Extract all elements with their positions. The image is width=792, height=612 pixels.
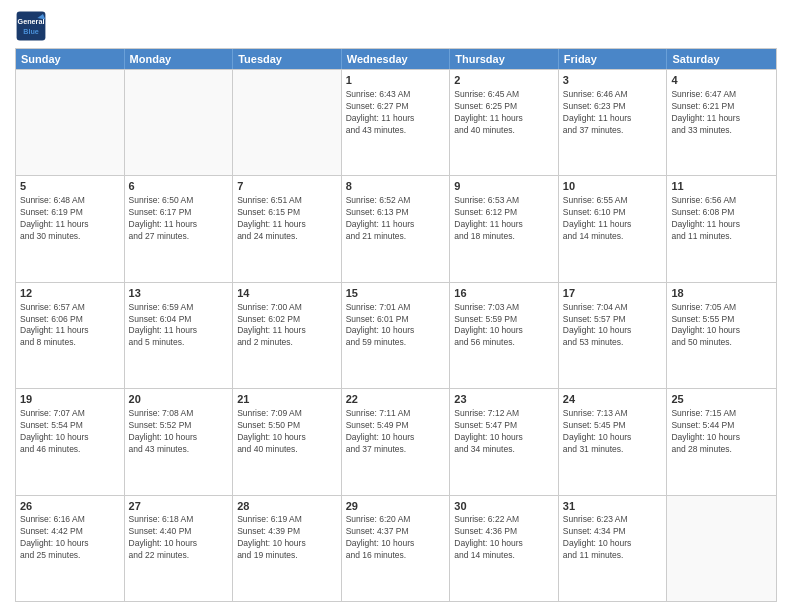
cal-cell: 16Sunrise: 7:03 AM Sunset: 5:59 PM Dayli…: [450, 283, 559, 388]
header-day-saturday: Saturday: [667, 49, 776, 69]
cal-cell: 12Sunrise: 6:57 AM Sunset: 6:06 PM Dayli…: [16, 283, 125, 388]
day-number: 12: [20, 286, 120, 301]
cal-cell: 3Sunrise: 6:46 AM Sunset: 6:23 PM Daylig…: [559, 70, 668, 175]
cal-cell: [16, 70, 125, 175]
cal-cell: 17Sunrise: 7:04 AM Sunset: 5:57 PM Dayli…: [559, 283, 668, 388]
day-number: 10: [563, 179, 663, 194]
cal-cell: 14Sunrise: 7:00 AM Sunset: 6:02 PM Dayli…: [233, 283, 342, 388]
day-number: 27: [129, 499, 229, 514]
cal-cell: 18Sunrise: 7:05 AM Sunset: 5:55 PM Dayli…: [667, 283, 776, 388]
cell-info: Sunrise: 6:22 AM Sunset: 4:36 PM Dayligh…: [454, 514, 554, 562]
cal-row-2: 12Sunrise: 6:57 AM Sunset: 6:06 PM Dayli…: [16, 282, 776, 388]
cell-info: Sunrise: 7:07 AM Sunset: 5:54 PM Dayligh…: [20, 408, 120, 456]
day-number: 18: [671, 286, 772, 301]
day-number: 31: [563, 499, 663, 514]
day-number: 13: [129, 286, 229, 301]
cell-info: Sunrise: 7:00 AM Sunset: 6:02 PM Dayligh…: [237, 302, 337, 350]
cal-cell: 4Sunrise: 6:47 AM Sunset: 6:21 PM Daylig…: [667, 70, 776, 175]
cell-info: Sunrise: 6:47 AM Sunset: 6:21 PM Dayligh…: [671, 89, 772, 137]
cal-cell: 25Sunrise: 7:15 AM Sunset: 5:44 PM Dayli…: [667, 389, 776, 494]
cell-info: Sunrise: 6:52 AM Sunset: 6:13 PM Dayligh…: [346, 195, 446, 243]
svg-text:General: General: [18, 17, 45, 26]
day-number: 14: [237, 286, 337, 301]
cell-info: Sunrise: 6:18 AM Sunset: 4:40 PM Dayligh…: [129, 514, 229, 562]
cell-info: Sunrise: 7:09 AM Sunset: 5:50 PM Dayligh…: [237, 408, 337, 456]
header-day-monday: Monday: [125, 49, 234, 69]
cell-info: Sunrise: 7:04 AM Sunset: 5:57 PM Dayligh…: [563, 302, 663, 350]
cal-cell: 29Sunrise: 6:20 AM Sunset: 4:37 PM Dayli…: [342, 496, 451, 601]
svg-text:Blue: Blue: [23, 27, 39, 36]
day-number: 20: [129, 392, 229, 407]
day-number: 1: [346, 73, 446, 88]
day-number: 28: [237, 499, 337, 514]
cell-info: Sunrise: 7:05 AM Sunset: 5:55 PM Dayligh…: [671, 302, 772, 350]
day-number: 4: [671, 73, 772, 88]
day-number: 16: [454, 286, 554, 301]
cell-info: Sunrise: 6:43 AM Sunset: 6:27 PM Dayligh…: [346, 89, 446, 137]
cal-cell: 31Sunrise: 6:23 AM Sunset: 4:34 PM Dayli…: [559, 496, 668, 601]
cal-cell: 20Sunrise: 7:08 AM Sunset: 5:52 PM Dayli…: [125, 389, 234, 494]
cell-info: Sunrise: 6:59 AM Sunset: 6:04 PM Dayligh…: [129, 302, 229, 350]
day-number: 8: [346, 179, 446, 194]
cal-cell: 15Sunrise: 7:01 AM Sunset: 6:01 PM Dayli…: [342, 283, 451, 388]
day-number: 7: [237, 179, 337, 194]
logo: General Blue: [15, 10, 51, 42]
header-day-friday: Friday: [559, 49, 668, 69]
header-day-tuesday: Tuesday: [233, 49, 342, 69]
cal-cell: 19Sunrise: 7:07 AM Sunset: 5:54 PM Dayli…: [16, 389, 125, 494]
day-number: 9: [454, 179, 554, 194]
cal-cell: 30Sunrise: 6:22 AM Sunset: 4:36 PM Dayli…: [450, 496, 559, 601]
day-number: 26: [20, 499, 120, 514]
cell-info: Sunrise: 6:56 AM Sunset: 6:08 PM Dayligh…: [671, 195, 772, 243]
cal-row-4: 26Sunrise: 6:16 AM Sunset: 4:42 PM Dayli…: [16, 495, 776, 601]
page: General Blue SundayMondayTuesdayWednesda…: [0, 0, 792, 612]
cell-info: Sunrise: 7:03 AM Sunset: 5:59 PM Dayligh…: [454, 302, 554, 350]
cell-info: Sunrise: 6:51 AM Sunset: 6:15 PM Dayligh…: [237, 195, 337, 243]
cal-cell: [125, 70, 234, 175]
cell-info: Sunrise: 6:23 AM Sunset: 4:34 PM Dayligh…: [563, 514, 663, 562]
cell-info: Sunrise: 6:50 AM Sunset: 6:17 PM Dayligh…: [129, 195, 229, 243]
day-number: 17: [563, 286, 663, 301]
day-number: 23: [454, 392, 554, 407]
cell-info: Sunrise: 6:16 AM Sunset: 4:42 PM Dayligh…: [20, 514, 120, 562]
cal-cell: 6Sunrise: 6:50 AM Sunset: 6:17 PM Daylig…: [125, 176, 234, 281]
day-number: 22: [346, 392, 446, 407]
cal-cell: 26Sunrise: 6:16 AM Sunset: 4:42 PM Dayli…: [16, 496, 125, 601]
cal-cell: [667, 496, 776, 601]
cell-info: Sunrise: 6:46 AM Sunset: 6:23 PM Dayligh…: [563, 89, 663, 137]
cell-info: Sunrise: 6:20 AM Sunset: 4:37 PM Dayligh…: [346, 514, 446, 562]
header-day-thursday: Thursday: [450, 49, 559, 69]
header-day-wednesday: Wednesday: [342, 49, 451, 69]
cell-info: Sunrise: 6:45 AM Sunset: 6:25 PM Dayligh…: [454, 89, 554, 137]
cal-cell: [233, 70, 342, 175]
cal-cell: 13Sunrise: 6:59 AM Sunset: 6:04 PM Dayli…: [125, 283, 234, 388]
cell-info: Sunrise: 7:11 AM Sunset: 5:49 PM Dayligh…: [346, 408, 446, 456]
cell-info: Sunrise: 6:53 AM Sunset: 6:12 PM Dayligh…: [454, 195, 554, 243]
cal-cell: 7Sunrise: 6:51 AM Sunset: 6:15 PM Daylig…: [233, 176, 342, 281]
day-number: 2: [454, 73, 554, 88]
cal-cell: 1Sunrise: 6:43 AM Sunset: 6:27 PM Daylig…: [342, 70, 451, 175]
cell-info: Sunrise: 7:13 AM Sunset: 5:45 PM Dayligh…: [563, 408, 663, 456]
cell-info: Sunrise: 6:48 AM Sunset: 6:19 PM Dayligh…: [20, 195, 120, 243]
header-day-sunday: Sunday: [16, 49, 125, 69]
day-number: 3: [563, 73, 663, 88]
cal-cell: 24Sunrise: 7:13 AM Sunset: 5:45 PM Dayli…: [559, 389, 668, 494]
cal-cell: 22Sunrise: 7:11 AM Sunset: 5:49 PM Dayli…: [342, 389, 451, 494]
cell-info: Sunrise: 6:55 AM Sunset: 6:10 PM Dayligh…: [563, 195, 663, 243]
day-number: 21: [237, 392, 337, 407]
cal-row-1: 5Sunrise: 6:48 AM Sunset: 6:19 PM Daylig…: [16, 175, 776, 281]
cal-cell: 27Sunrise: 6:18 AM Sunset: 4:40 PM Dayli…: [125, 496, 234, 601]
cal-cell: 5Sunrise: 6:48 AM Sunset: 6:19 PM Daylig…: [16, 176, 125, 281]
cal-row-0: 1Sunrise: 6:43 AM Sunset: 6:27 PM Daylig…: [16, 69, 776, 175]
day-number: 6: [129, 179, 229, 194]
cell-info: Sunrise: 7:12 AM Sunset: 5:47 PM Dayligh…: [454, 408, 554, 456]
day-number: 30: [454, 499, 554, 514]
cal-cell: 8Sunrise: 6:52 AM Sunset: 6:13 PM Daylig…: [342, 176, 451, 281]
cal-cell: 11Sunrise: 6:56 AM Sunset: 6:08 PM Dayli…: [667, 176, 776, 281]
calendar: SundayMondayTuesdayWednesdayThursdayFrid…: [15, 48, 777, 602]
cell-info: Sunrise: 7:01 AM Sunset: 6:01 PM Dayligh…: [346, 302, 446, 350]
cell-info: Sunrise: 6:57 AM Sunset: 6:06 PM Dayligh…: [20, 302, 120, 350]
cal-row-3: 19Sunrise: 7:07 AM Sunset: 5:54 PM Dayli…: [16, 388, 776, 494]
calendar-body: 1Sunrise: 6:43 AM Sunset: 6:27 PM Daylig…: [16, 69, 776, 601]
day-number: 11: [671, 179, 772, 194]
